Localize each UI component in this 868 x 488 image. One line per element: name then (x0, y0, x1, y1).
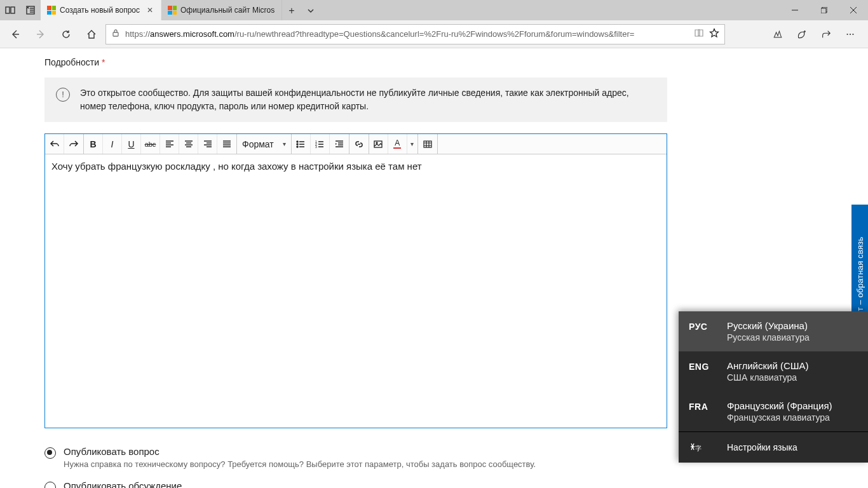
ms-logo-icon (47, 6, 56, 15)
numbered-list-button[interactable]: 123 (311, 134, 330, 154)
window-controls (780, 0, 868, 20)
underline-button[interactable]: U (122, 134, 141, 154)
text-color-button[interactable]: A (388, 134, 407, 154)
text-color-caret[interactable]: ▾ (407, 134, 417, 154)
svg-point-15 (376, 142, 377, 144)
window-titlebar: Создать новый вопрос ✕ Официальный сайт … (0, 0, 868, 20)
ime-item-rus[interactable]: РУС Русский (Украина) Русская клавиатура (679, 311, 868, 351)
favorites-hub-button[interactable] (766, 23, 789, 46)
caret-down-icon: ▾ (283, 140, 286, 147)
undo-button[interactable] (45, 134, 64, 154)
editor-toolbar: B I U abc Формат ▾ 123 (45, 134, 667, 154)
ime-code: ENG (689, 360, 715, 372)
ms-logo-icon (168, 6, 177, 15)
ime-lang-name: Английский (США) (727, 360, 809, 371)
svg-text:字: 字 (695, 445, 702, 452)
home-button[interactable] (80, 23, 103, 46)
align-justify-button[interactable] (217, 134, 236, 154)
tab-strip: Создать новый вопрос ✕ Официальный сайт … (41, 0, 780, 20)
settings-more-button[interactable] (839, 23, 862, 46)
back-button[interactable] (4, 23, 27, 46)
share-button[interactable] (815, 23, 837, 46)
privacy-notice-text: Это открытое сообщество. Для защиты ваше… (80, 86, 656, 113)
bold-button[interactable]: B (84, 134, 103, 154)
rich-text-editor: B I U abc Формат ▾ 123 (44, 133, 667, 428)
svg-rect-0 (6, 7, 10, 13)
publish-question-option[interactable]: Опубликовать вопрос Нужна справка по тех… (44, 446, 667, 469)
toolbar-right (766, 23, 862, 46)
align-right-button[interactable] (198, 134, 217, 154)
italic-button[interactable]: I (103, 134, 122, 154)
radio-unselected-icon (44, 482, 56, 488)
new-tab-button[interactable]: + (282, 1, 301, 20)
minimize-button[interactable] (780, 0, 810, 20)
ime-kb-name: Французская клавиатура (727, 412, 832, 423)
ime-kb-name: США клавиатура (727, 372, 809, 383)
address-bar-row: https://answers.microsoft.com/ru-ru/newt… (0, 20, 868, 48)
ime-language-settings[interactable]: 字 Настройки языка (679, 431, 868, 463)
editor-textarea[interactable]: Хочу убрать французкую роскладку , но ко… (45, 154, 667, 428)
publish-options: Опубликовать вопрос Нужна справка по тех… (44, 446, 667, 488)
ime-lang-name: Французский (Франция) (727, 400, 832, 411)
svg-point-9 (297, 144, 298, 145)
forward-button[interactable] (29, 23, 52, 46)
align-center-button[interactable] (179, 134, 198, 154)
svg-point-6 (850, 33, 851, 34)
ime-code: РУС (689, 320, 715, 332)
ime-code: FRA (689, 400, 715, 412)
favorite-star-icon[interactable] (709, 28, 719, 40)
image-button[interactable] (369, 134, 388, 154)
redo-button[interactable] (64, 134, 83, 154)
svg-rect-3 (821, 8, 826, 13)
language-settings-icon: 字 (689, 441, 715, 454)
form-content: Подробности* ! Это открытое сообщество. … (44, 48, 667, 488)
refresh-button[interactable] (55, 23, 78, 46)
privacy-notice: ! Это открытое сообщество. Для защиты ва… (44, 78, 667, 122)
svg-point-7 (852, 33, 853, 34)
info-icon: ! (56, 88, 70, 102)
format-dropdown[interactable]: Формат ▾ (237, 134, 292, 154)
svg-text:3: 3 (315, 145, 317, 149)
ime-lang-name: Русский (Украина) (727, 320, 810, 331)
outdent-button[interactable] (330, 134, 349, 154)
svg-rect-4 (113, 32, 118, 36)
tabs-chevron-button[interactable] (301, 1, 320, 20)
table-button[interactable] (418, 134, 437, 154)
address-input[interactable]: https://answers.microsoft.com/ru-ru/newt… (105, 24, 725, 44)
ime-settings-label: Настройки языка (727, 442, 797, 452)
svg-point-5 (846, 33, 848, 34)
align-left-button[interactable] (160, 134, 179, 154)
titlebar-left (0, 0, 41, 20)
publish-discussion-title: Опубликовать обсуждение (64, 480, 182, 488)
link-button[interactable] (349, 134, 369, 154)
ime-item-eng[interactable]: ENG Английский (США) США клавиатура (679, 351, 868, 391)
publish-question-desc: Нужна справка по техническому вопросу? Т… (64, 459, 536, 469)
svg-rect-16 (424, 141, 431, 147)
maximize-button[interactable] (810, 0, 839, 20)
ime-item-fra[interactable]: FRA Французский (Франция) Французская кл… (679, 391, 868, 431)
close-window-button[interactable] (839, 0, 868, 20)
tab-actions-button[interactable] (0, 0, 20, 20)
svg-rect-1 (11, 7, 15, 13)
radio-selected-icon (44, 447, 56, 459)
publish-discussion-option[interactable]: Опубликовать обсуждение (44, 480, 667, 488)
publish-question-title: Опубликовать вопрос (64, 446, 536, 457)
bullet-list-button[interactable] (292, 134, 311, 154)
strikethrough-button[interactable]: abc (141, 134, 160, 154)
notes-button[interactable] (790, 23, 813, 46)
language-switcher-flyout: РУС Русский (Украина) Русская клавиатура… (679, 311, 868, 463)
svg-point-8 (297, 141, 298, 142)
set-aside-tabs-button[interactable] (20, 0, 41, 20)
tab-1[interactable]: Официальный сайт Micros (161, 0, 282, 20)
tab-0[interactable]: Создать новый вопрос ✕ (41, 0, 161, 20)
tab-close-button[interactable]: ✕ (146, 6, 154, 15)
svg-point-10 (297, 146, 298, 147)
tab-title: Официальный сайт Micros (180, 6, 275, 15)
details-label: Подробности* (44, 57, 667, 67)
reading-view-icon[interactable] (694, 28, 704, 40)
url-text: https://answers.microsoft.com/ru-ru/newt… (125, 29, 689, 39)
lock-icon (111, 29, 120, 39)
tab-title: Создать новый вопрос (60, 6, 142, 15)
ime-kb-name: Русская клавиатура (727, 332, 810, 342)
